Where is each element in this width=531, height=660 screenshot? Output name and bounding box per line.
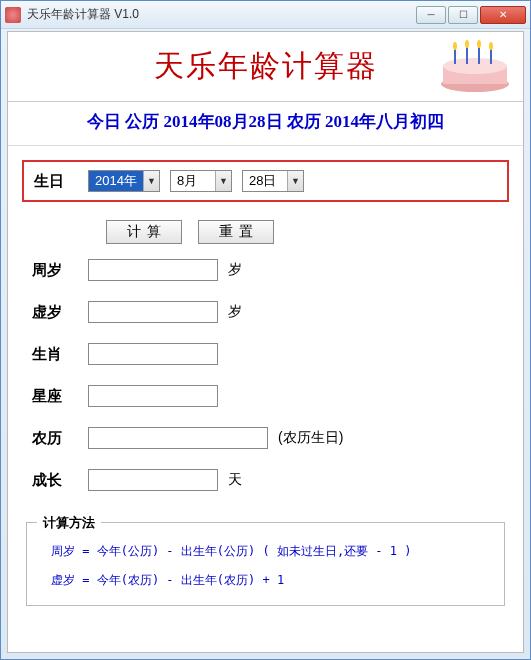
client-area: 天乐年龄计算器: [7, 31, 524, 653]
label-chengzhang: 成长: [32, 471, 88, 490]
input-xusui[interactable]: [88, 301, 218, 323]
year-select[interactable]: 2014年 ▼: [88, 170, 160, 192]
app-window: 天乐年龄计算器 V1.0 ─ ☐ ✕ 天乐年龄计算器: [0, 0, 531, 660]
birthday-label: 生日: [34, 172, 78, 191]
day-select[interactable]: 28日 ▼: [242, 170, 304, 192]
today-date-line: 今日 公历 2014年08月28日 农历 2014年八月初四: [8, 102, 523, 146]
label-zhousui: 周岁: [32, 261, 88, 280]
input-shengxiao[interactable]: [88, 343, 218, 365]
row-nongli: 农历 (农历生日): [32, 422, 523, 454]
svg-point-10: [489, 42, 493, 50]
formula-zhousui: 周岁 = 今年(公历) - 出生年(公历) ( 如未过生日,还要 - 1 ): [41, 537, 490, 566]
cake-icon: [435, 40, 515, 94]
birthday-row: 生日 2014年 ▼ 8月 ▼ 28日 ▼: [22, 160, 509, 202]
unit-zhousui: 岁: [228, 261, 242, 279]
svg-point-2: [443, 58, 507, 74]
input-xingzuo[interactable]: [88, 385, 218, 407]
row-chengzhang: 成长 天: [32, 464, 523, 496]
close-button[interactable]: ✕: [480, 6, 526, 24]
minimize-button[interactable]: ─: [416, 6, 446, 24]
method-title: 计算方法: [37, 514, 101, 532]
titlebar: 天乐年龄计算器 V1.0 ─ ☐ ✕: [1, 1, 530, 29]
calculate-button[interactable]: 计算: [106, 220, 182, 244]
chevron-down-icon: ▼: [215, 171, 231, 191]
formula-xusui: 虚岁 = 今年(农历) - 出生年(农历) + 1: [41, 566, 490, 595]
label-xingzuo: 星座: [32, 387, 88, 406]
day-value: 28日: [243, 171, 287, 191]
year-value: 2014年: [89, 171, 143, 191]
row-shengxiao: 生肖: [32, 338, 523, 370]
input-nongli[interactable]: [88, 427, 268, 449]
chevron-down-icon: ▼: [143, 171, 159, 191]
window-controls: ─ ☐ ✕: [416, 6, 526, 24]
input-chengzhang[interactable]: [88, 469, 218, 491]
app-icon: [5, 7, 21, 23]
row-xingzuo: 星座: [32, 380, 523, 412]
month-value: 8月: [171, 171, 215, 191]
label-xusui: 虚岁: [32, 303, 88, 322]
svg-point-9: [477, 40, 481, 48]
svg-point-8: [465, 40, 469, 48]
window-title: 天乐年龄计算器 V1.0: [27, 6, 416, 23]
maximize-button[interactable]: ☐: [448, 6, 478, 24]
month-select[interactable]: 8月 ▼: [170, 170, 232, 192]
reset-button[interactable]: 重置: [198, 220, 274, 244]
header: 天乐年龄计算器: [8, 32, 523, 102]
input-zhousui[interactable]: [88, 259, 218, 281]
row-zhousui: 周岁 岁: [32, 254, 523, 286]
label-nongli: 农历: [32, 429, 88, 448]
svg-point-7: [453, 42, 457, 50]
button-row: 计算 重置: [8, 220, 523, 244]
unit-xusui: 岁: [228, 303, 242, 321]
chevron-down-icon: ▼: [287, 171, 303, 191]
note-nongli: (农历生日): [278, 429, 343, 447]
label-shengxiao: 生肖: [32, 345, 88, 364]
unit-chengzhang: 天: [228, 471, 242, 489]
row-xusui: 虚岁 岁: [32, 296, 523, 328]
method-box: 计算方法 周岁 = 今年(公历) - 出生年(公历) ( 如未过生日,还要 - …: [26, 522, 505, 606]
app-title: 天乐年龄计算器: [154, 46, 378, 87]
